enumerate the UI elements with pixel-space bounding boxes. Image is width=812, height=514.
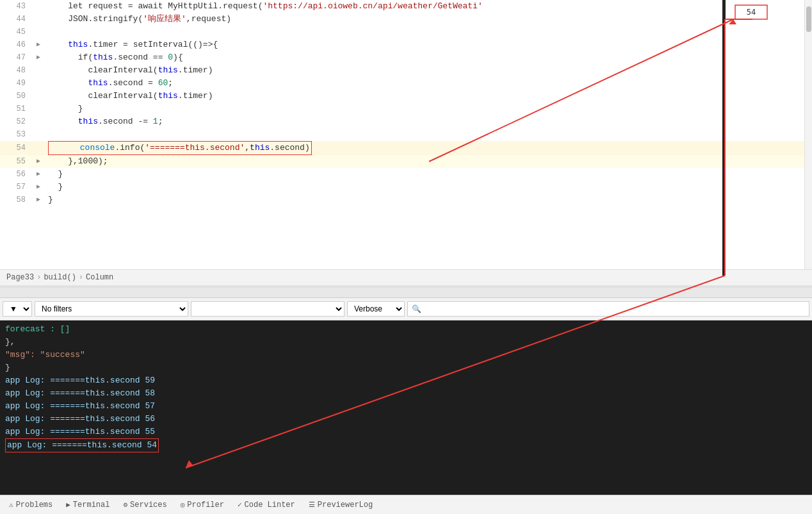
line-content: clearInterval(this.timer) <box>45 64 812 77</box>
scrollbar-thumb <box>806 6 811 32</box>
panel-divider <box>0 286 812 298</box>
line-gutter: ▶ <box>32 168 45 181</box>
log-line: app Log: =======this.second 56 <box>5 413 807 426</box>
tab-label-services: Services <box>130 501 167 510</box>
line-gutter: ▶ <box>32 194 45 206</box>
code-line-54: 54 console.info('=======this.second',thi… <box>0 141 812 155</box>
breadcrumb-sep-1: › <box>37 273 41 282</box>
profiler-icon: ◎ <box>181 501 185 509</box>
tab-label-problems: Problems <box>16 501 53 510</box>
line-gutter: ▶ <box>32 38 45 51</box>
code-line-48: 48 clearInterval(this.timer) <box>0 64 812 77</box>
code-line-57: 57▶ } <box>0 181 812 194</box>
code linter-icon: ✓ <box>238 501 242 509</box>
code-lines: 43 let request = await MyHttpUtil.reques… <box>0 0 812 206</box>
code-line-44: 44 JSON.stringify('响应结果',request) <box>0 13 812 26</box>
line-content: this.second = 60; <box>45 77 812 90</box>
code-line-53: 53 <box>0 128 812 141</box>
line-number: 47 <box>0 51 32 64</box>
tab-terminal[interactable]: ▶Terminal <box>60 498 117 512</box>
line-content: if(this.second == 0){ <box>45 51 812 64</box>
code-line-49: 49 this.second = 60; <box>0 77 812 90</box>
problems-icon: ⚠ <box>9 501 13 509</box>
log-line: }, <box>5 336 807 349</box>
search-icon: 🔍 <box>412 304 421 314</box>
log-toolbar: ▼ No filters Verbose 🔍 <box>0 298 812 320</box>
log-line: "msg": "success" <box>5 349 807 361</box>
log-line: app Log: =======this.second 55 <box>5 426 807 438</box>
log-level-select-dropdown[interactable]: ▼ <box>3 301 32 317</box>
services-icon: ⚙ <box>123 501 127 509</box>
breadcrumb-sep-2: › <box>79 273 83 282</box>
line-number: 56 <box>0 168 32 181</box>
breadcrumb-bar: Page33 › build() › Column <box>0 269 812 286</box>
code-line-56: 56▶ } <box>0 168 812 181</box>
line-content: } <box>45 103 812 115</box>
bottom-tabbar: ⚠Problems▶Terminal⚙Services◎Profiler✓Cod… <box>0 495 812 514</box>
code-line-47: 47▶ if(this.second == 0){ <box>0 51 812 64</box>
line-number: 46 <box>0 38 32 51</box>
code-line-58: 58▶} <box>0 194 812 206</box>
line-gutter: ▶ <box>32 51 45 64</box>
line-content: clearInterval(this.timer) <box>45 90 812 103</box>
line-number: 50 <box>0 90 32 103</box>
previewerlog-icon: ☰ <box>309 501 315 509</box>
terminal-icon: ▶ <box>66 501 70 509</box>
tab-services[interactable]: ⚙Services <box>117 498 174 512</box>
log-verbose-select[interactable]: Verbose <box>347 301 405 317</box>
code-line-46: 46▶ this.timer = setInterval(()=>{ <box>0 38 812 51</box>
line-number: 54 <box>0 142 32 154</box>
code-line-43: 43 let request = await MyHttpUtil.reques… <box>0 0 812 13</box>
tab-label-terminal: Terminal <box>73 501 110 510</box>
line-number: 51 <box>0 103 32 115</box>
tab-label-profiler: Profiler <box>187 501 224 510</box>
line-number: 52 <box>0 115 32 128</box>
line-gutter: ▶ <box>32 155 45 168</box>
line-number: 49 <box>0 77 32 90</box>
line-number: 44 <box>0 13 32 26</box>
line-content: } <box>45 194 812 206</box>
line-number: 55 <box>0 155 32 168</box>
tab-problems[interactable]: ⚠Problems <box>3 498 60 512</box>
line-gutter: ▶ <box>32 181 45 194</box>
breadcrumb-build[interactable]: build() <box>44 273 76 282</box>
code-line-55: 55▶ },1000); <box>0 155 812 168</box>
log-line: } <box>5 361 807 374</box>
log-line: app Log: =======this.second 58 <box>5 387 807 400</box>
log-line: app Log: =======this.second 54 <box>5 438 807 452</box>
line-content: this.second -= 1; <box>45 115 812 128</box>
tab-previewerlog[interactable]: ☰PreviewerLog <box>302 498 380 512</box>
log-line: app Log: =======this.second 59 <box>5 374 807 387</box>
line-content: this.timer = setInterval(()=>{ <box>45 38 812 51</box>
line-content: } <box>45 181 812 194</box>
tab-code-linter[interactable]: ✓Code Linter <box>231 498 302 512</box>
line-number: 43 <box>0 0 32 13</box>
log-search-input[interactable] <box>424 304 805 313</box>
log-app-select[interactable] <box>191 301 345 317</box>
tab-profiler[interactable]: ◎Profiler <box>174 498 231 512</box>
line-number: 58 <box>0 194 32 206</box>
line-content: JSON.stringify('响应结果',request) <box>45 13 812 26</box>
tab-label-previewerlog: PreviewerLog <box>318 501 373 510</box>
line-number: 45 <box>0 26 32 38</box>
log-line: forecast : [] <box>5 323 807 336</box>
code-scrollbar[interactable] <box>804 0 812 276</box>
breadcrumb-page33[interactable]: Page33 <box>6 273 34 282</box>
code-line-52: 52 this.second -= 1; <box>0 115 812 128</box>
line-number: 53 <box>0 128 32 141</box>
log-search-box[interactable]: 🔍 <box>407 301 809 317</box>
tab-label-code linter: Code Linter <box>245 501 295 510</box>
code-editor: 43 let request = await MyHttpUtil.reques… <box>0 0 812 276</box>
log-output: forecast : []},"msg": "success"}app Log:… <box>0 320 812 495</box>
code-line-50: 50 clearInterval(this.timer) <box>0 90 812 103</box>
line-content: let request = await MyHttpUtil.request('… <box>45 0 812 13</box>
line-number: 57 <box>0 181 32 194</box>
log-filter-select[interactable]: No filters <box>35 301 188 317</box>
line-content: },1000); <box>45 155 812 168</box>
code-line-45: 45 <box>0 26 812 38</box>
line-content: } <box>45 168 812 181</box>
breadcrumb-column[interactable]: Column <box>86 273 113 282</box>
line-number: 48 <box>0 64 32 77</box>
code-line-51: 51 } <box>0 103 812 115</box>
log-line: app Log: =======this.second 57 <box>5 400 807 413</box>
